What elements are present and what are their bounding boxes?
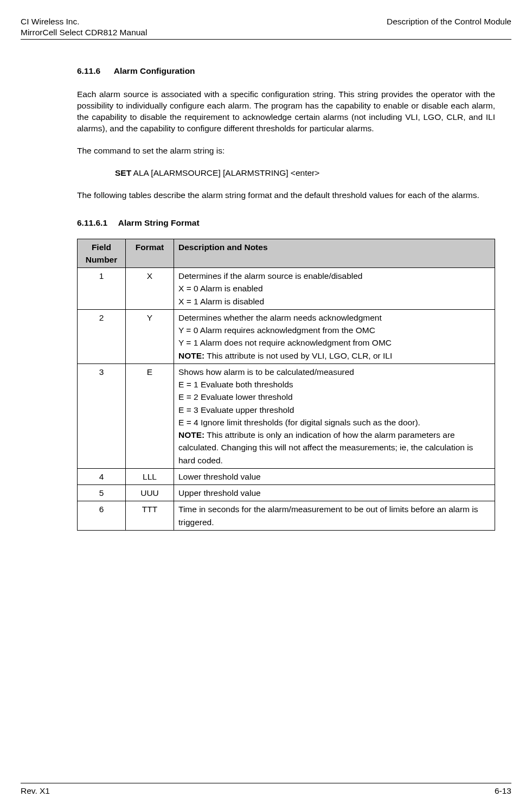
cell-field-number: 5 [78,485,126,501]
cell-field-number: 3 [78,363,126,468]
description-line: Shows how alarm is to be calculated/meas… [178,366,490,378]
cell-format: UUU [126,485,174,501]
header-left: CI Wireless Inc. MirrorCell Select CDR81… [21,16,147,38]
description-line: E = 1 Evaluate both thresholds [178,378,490,391]
table-row: 1XDetermines if the alarm source is enab… [78,268,495,310]
company-name: CI Wireless Inc. [21,16,147,27]
table-row: 2YDetermines whether the alarm needs ack… [78,309,495,363]
description-line: NOTE: This attribute is not used by VLI,… [178,349,490,362]
cell-field-number: 4 [78,468,126,484]
cell-format: X [126,268,174,310]
section-heading: 6.11.6 Alarm Configuration [77,66,495,77]
col-header-description: Description and Notes [174,239,495,268]
description-line: E = 4 Ignore limit thresholds (for digit… [178,416,490,429]
description-line: Time in seconds for the alarm/measuremen… [178,503,490,528]
table-row: 5UUUUpper threshold value [78,485,495,501]
description-line: Determines if the alarm source is enable… [178,270,490,282]
manual-name: MirrorCell Select CDR812 Manual [21,27,147,38]
footer-rev: Rev. X1 [21,786,50,797]
subsection-title: Alarm String Format [118,218,200,227]
description-line: Determines whether the alarm needs ackno… [178,311,490,324]
section-title: Alarm Configuration [114,66,195,75]
cell-description: Time in seconds for the alarm/measuremen… [174,501,495,531]
table-row: 3EShows how alarm is to be calculated/me… [78,363,495,468]
cell-format: LLL [126,468,174,484]
description-line: Y = 0 Alarm requires acknowledgment from… [178,324,490,336]
cell-format: TTT [126,501,174,531]
table-row: 4LLLLower threshold value [78,468,495,484]
cell-description: Lower threshold value [174,468,495,484]
page-header: CI Wireless Inc. MirrorCell Select CDR81… [21,16,511,40]
description-line: E = 2 Evaluate lower threshold [178,391,490,403]
subsection-heading: 6.11.6.1 Alarm String Format [77,218,495,229]
cell-description: Upper threshold value [174,485,495,501]
cell-format: E [126,363,174,468]
command-keyword: SET [115,168,131,177]
col-header-field-number: Field Number [78,239,126,268]
cell-field-number: 6 [78,501,126,531]
description-line: X = 0 Alarm is enabled [178,282,490,295]
table-header-row: Field Number Format Description and Note… [78,239,495,268]
cell-description: Determines whether the alarm needs ackno… [174,309,495,363]
cell-format: Y [126,309,174,363]
description-line: Y = 1 Alarm does not require acknowledgm… [178,336,490,349]
col-header-format: Format [126,239,174,268]
command-args: ALA [ALARMSOURCE] [ALARMSTRING] <enter> [131,168,319,177]
header-right: Description of the Control Module [387,16,511,38]
paragraph-intro: Each alarm source is associated with a s… [77,89,495,135]
table-row: 6TTTTime in seconds for the alarm/measur… [78,501,495,531]
cell-description: Determines if the alarm source is enable… [174,268,495,310]
cell-description: Shows how alarm is to be calculated/meas… [174,363,495,468]
footer-page: 6-13 [495,786,511,797]
alarm-string-format-table: Field Number Format Description and Note… [77,239,495,531]
paragraph-command-intro: The command to set the alarm string is: [77,145,495,157]
description-line: Upper threshold value [178,487,490,499]
section-number: 6.11.6 [77,66,112,77]
cell-field-number: 1 [78,268,126,310]
description-line: NOTE: This attribute is only an indicati… [178,429,490,467]
module-title: Description of the Control Module [387,16,511,27]
description-line: E = 3 Evaluate upper threshold [178,404,490,416]
description-line: X = 1 Alarm is disabled [178,295,490,308]
note-label: NOTE: [178,430,204,439]
cell-field-number: 2 [78,309,126,363]
page-content: 6.11.6 Alarm Configuration Each alarm so… [77,66,495,772]
paragraph-tables-intro: The following tables describe the alarm … [77,190,495,201]
description-line: Lower threshold value [178,470,490,483]
page-footer: Rev. X1 6-13 [21,783,511,797]
note-label: NOTE: [178,351,204,360]
command-line: SET ALA [ALARMSOURCE] [ALARMSTRING] <ent… [115,168,495,179]
subsection-number: 6.11.6.1 [77,218,116,229]
